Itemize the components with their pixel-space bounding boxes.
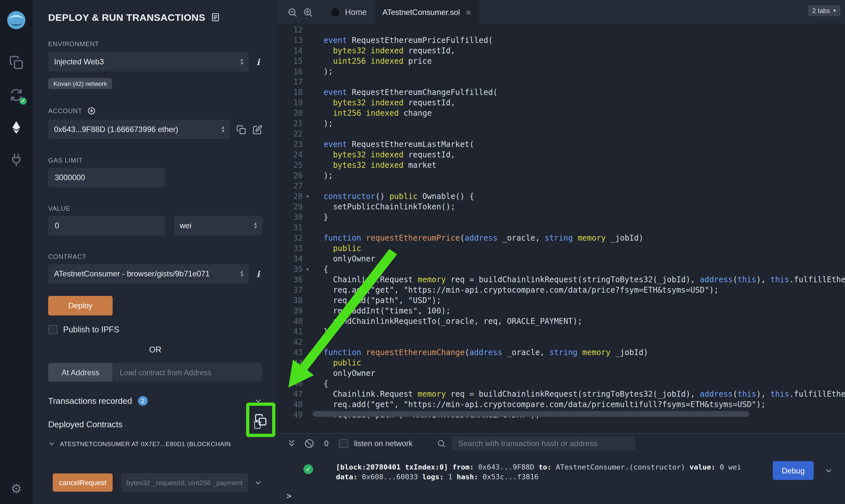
- select-stepper-icon: ▴▾: [236, 58, 243, 66]
- tabs-count-label: 2 tabs: [812, 7, 830, 14]
- value-input[interactable]: [48, 216, 165, 235]
- code-line: 15 uint256 indexed price: [278, 56, 845, 66]
- fold-icon[interactable]: ▾: [303, 191, 312, 202]
- code-line: 31: [278, 222, 845, 233]
- contract-function-row: cancelRequest: [53, 473, 262, 492]
- transactions-recorded-row[interactable]: Transactions recorded 2: [48, 396, 262, 406]
- chevron-down-icon[interactable]: [824, 466, 833, 475]
- debug-button[interactable]: Debug: [772, 461, 814, 480]
- code-line: 40 sendChainlinkRequestTo(_oracle, req, …: [278, 316, 845, 326]
- panel-title: DEPLOY & RUN TRANSACTIONS: [48, 12, 205, 23]
- code-line: 36 Chainlink.Request memory req = buildC…: [278, 274, 845, 285]
- chevron-down-icon[interactable]: [254, 478, 262, 487]
- clear-terminal-icon[interactable]: [304, 438, 314, 449]
- code-line: 44 public: [278, 358, 845, 368]
- horizontal-scrollbar[interactable]: [278, 411, 845, 418]
- contract-functions: cancelRequestfulfillEthereumC...: [48, 473, 262, 504]
- or-divider: OR: [48, 345, 262, 355]
- deploy-button[interactable]: Deploy: [48, 296, 113, 316]
- function-params-input[interactable]: [121, 473, 248, 492]
- deploy-run-icon[interactable]: [0, 113, 33, 142]
- publish-ipfs-checkbox[interactable]: [48, 325, 57, 334]
- copy-instance-icon[interactable]: [255, 414, 267, 426]
- transactions-recorded-label: Transactions recorded: [48, 396, 132, 406]
- environment-value: Injected Web3: [54, 57, 104, 66]
- code-editor[interactable]: 1213event RequestEthereumPriceFulfilled(…: [278, 24, 845, 433]
- code-line: 42: [278, 337, 845, 347]
- plus-circle-icon[interactable]: [88, 107, 96, 115]
- value-label: VALUE: [48, 205, 262, 212]
- code-line: 24 bytes32 indexed requestId,: [278, 149, 845, 160]
- chevron-down-icon: [48, 440, 55, 447]
- code-line: 43function requestEthereumChange(address…: [278, 347, 845, 358]
- code-line: 16);: [278, 66, 845, 77]
- stepper-down-icon: ▾: [240, 274, 243, 278]
- icon-rail: ✓ ⚙: [0, 0, 33, 504]
- tab-home[interactable]: Home: [322, 0, 375, 24]
- environment-select[interactable]: Injected Web3 ▴▾: [48, 52, 249, 72]
- copy-account-icon[interactable]: [236, 125, 246, 134]
- tx-success-icon: ✓: [304, 464, 313, 474]
- plugin-manager-icon[interactable]: [0, 146, 33, 174]
- zoom-out-icon[interactable]: [287, 7, 297, 17]
- code-line: 37 req.add("get", "https://min-api.crypt…: [278, 285, 845, 295]
- account-select[interactable]: 0x643...9F88D (1.666673996 ether) ▴▾: [48, 120, 230, 139]
- terminal-search-input[interactable]: [451, 436, 635, 451]
- code-line: 27: [278, 181, 845, 191]
- at-address-input[interactable]: [113, 363, 262, 382]
- function-button[interactable]: cancelRequest: [53, 473, 113, 492]
- code-line: 28▾constructor() public Ownable() {: [278, 191, 845, 202]
- listen-network-label: listen on network: [354, 439, 412, 448]
- value-unit-select[interactable]: wei ▴▾: [174, 216, 262, 235]
- deployed-instance-label: ATESTNETCONSUMER AT 0X7E7...E80D1 (BLOCK…: [60, 440, 231, 447]
- listen-network-checkbox[interactable]: [339, 439, 348, 448]
- deployed-instance-header[interactable]: ATESTNETCONSUMER AT 0X7E7...E80D1 (BLOCK…: [48, 440, 262, 447]
- environment-info-icon[interactable]: i: [254, 57, 262, 67]
- tabs-count-dropdown[interactable]: 2 tabs ▾: [808, 5, 841, 16]
- expand-terminal-icon[interactable]: [287, 438, 297, 449]
- code-line: 45 onlyOwner: [278, 368, 845, 378]
- code-line: 12: [278, 25, 845, 35]
- code-line: 35▾{: [278, 264, 845, 274]
- scrollbar-thumb[interactable]: [312, 411, 749, 417]
- contract-select[interactable]: ATestnetConsumer - browser/gists/9b71e07…: [48, 264, 249, 284]
- at-address-button[interactable]: At Address: [48, 363, 113, 382]
- code-line: 48 req.add("get", "https://min-api.crypt…: [278, 399, 845, 410]
- file-tab-label: ATestnetConsumer.sol: [382, 7, 460, 17]
- fold-icon[interactable]: ▾: [303, 264, 312, 274]
- select-stepper-icon: ▴▾: [250, 222, 257, 230]
- remix-logo-icon[interactable]: [5, 9, 27, 31]
- file-explorer-icon[interactable]: [0, 48, 33, 77]
- tab-atestnetconsumer[interactable]: ATestnetConsumer.sol ×: [375, 0, 479, 24]
- settings-icon[interactable]: ⚙: [11, 481, 22, 496]
- close-icon[interactable]: ×: [466, 7, 471, 17]
- compile-success-badge: ✓: [19, 97, 27, 105]
- value-unit: wei: [180, 221, 191, 230]
- code-line: 29 setPublicChainlinkToken();: [278, 202, 845, 212]
- deployed-contracts-label: Deployed Contracts: [48, 419, 122, 429]
- code-line: 32function requestEthereumPrice(address …: [278, 233, 845, 243]
- terminal-prompt[interactable]: >: [287, 491, 292, 501]
- edit-account-icon[interactable]: [253, 125, 262, 134]
- zoom-in-icon[interactable]: [303, 7, 313, 17]
- stepper-down-icon: ▾: [254, 226, 257, 230]
- code-line: 19 bytes32 indexed requestId,: [278, 97, 845, 108]
- editor-area: Home ATestnetConsumer.sol × 2 tabs ▾ 121…: [278, 0, 845, 504]
- terminal: 0 listen on network ✓ [block:20780401 tx…: [278, 433, 845, 504]
- code-line: 33 public: [278, 243, 845, 254]
- contract-info-icon[interactable]: i: [254, 269, 262, 279]
- gas-limit-input[interactable]: [48, 168, 165, 187]
- annotation-highlight-box: [246, 402, 275, 437]
- terminal-log-text[interactable]: [block:20780401 txIndex:0] from: 0x643..…: [336, 462, 754, 482]
- contract-label: CONTRACT: [48, 253, 262, 260]
- code-line: 22: [278, 129, 845, 139]
- code-line: 23event RequestEthereumLastMarket(: [278, 139, 845, 149]
- code-line: 18event RequestEthereumChangeFulfilled(: [278, 87, 845, 97]
- document-icon[interactable]: [211, 12, 220, 22]
- code-line: 26);: [278, 170, 845, 181]
- globe-icon: [330, 7, 341, 17]
- code-line: 47 Chainlink.Request memory req = buildC…: [278, 389, 845, 399]
- compiler-icon[interactable]: ✓: [0, 80, 33, 109]
- editor-tabbar: Home ATestnetConsumer.sol × 2 tabs ▾: [278, 0, 845, 24]
- pending-count: 0: [324, 439, 328, 448]
